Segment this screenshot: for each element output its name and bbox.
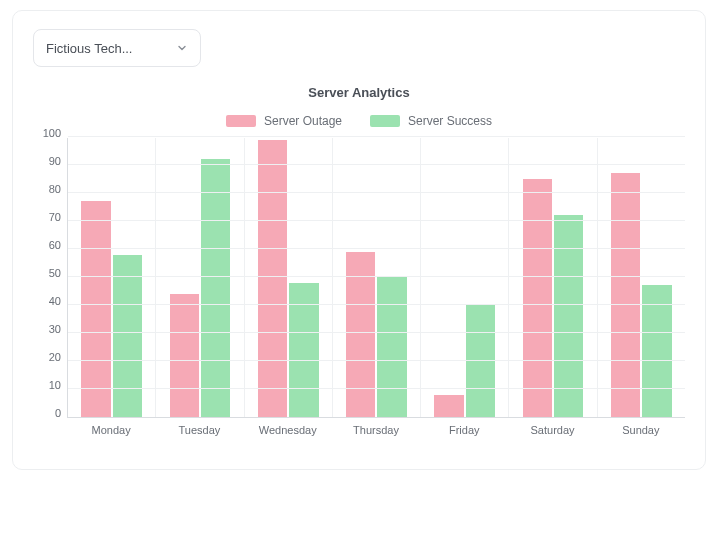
- bar: [523, 179, 552, 417]
- x-tick: Thursday: [332, 424, 420, 436]
- bar-group: [598, 138, 685, 417]
- bar-pair: [509, 138, 596, 417]
- chevron-down-icon: [176, 42, 188, 54]
- bar-group: [509, 138, 597, 417]
- gridline: [68, 164, 685, 165]
- chart-card: Fictious Tech... Server Analytics Server…: [12, 10, 706, 470]
- bar-pair: [333, 138, 420, 417]
- bar: [113, 255, 142, 417]
- bar: [170, 294, 199, 417]
- chart-legend: Server OutageServer Success: [33, 114, 685, 128]
- gridline: [68, 332, 685, 333]
- y-axis: 1009080706050403020100: [33, 138, 67, 418]
- bar-pair: [421, 138, 508, 417]
- gridline: [68, 136, 685, 137]
- bar: [642, 285, 671, 417]
- bar: [434, 395, 463, 417]
- plot-area: [67, 138, 685, 418]
- bar-pair: [598, 138, 685, 417]
- bar-group: [68, 138, 156, 417]
- bar-pair: [156, 138, 243, 417]
- bar: [611, 173, 640, 417]
- bar-group: [421, 138, 509, 417]
- x-tick: Friday: [420, 424, 508, 436]
- gridline: [68, 388, 685, 389]
- x-tick: Saturday: [508, 424, 596, 436]
- bar-group: [156, 138, 244, 417]
- bar-group: [333, 138, 421, 417]
- gridline: [68, 276, 685, 277]
- legend-label: Server Success: [408, 114, 492, 128]
- bar-group: [245, 138, 333, 417]
- bar-pair: [245, 138, 332, 417]
- legend-label: Server Outage: [264, 114, 342, 128]
- x-axis: MondayTuesdayWednesdayThursdayFridaySatu…: [67, 424, 685, 436]
- chart-title: Server Analytics: [33, 85, 685, 100]
- gridline: [68, 220, 685, 221]
- bar: [201, 159, 230, 417]
- bar: [466, 305, 495, 417]
- chart-plot: 1009080706050403020100: [33, 138, 685, 418]
- bar: [289, 283, 318, 417]
- bar: [81, 201, 110, 417]
- x-tick: Monday: [67, 424, 155, 436]
- dataset-selector[interactable]: Fictious Tech...: [33, 29, 201, 67]
- bar: [377, 277, 406, 417]
- legend-swatch: [370, 115, 400, 127]
- gridline: [68, 248, 685, 249]
- bar: [258, 140, 287, 417]
- legend-swatch: [226, 115, 256, 127]
- gridline: [68, 192, 685, 193]
- bar: [554, 215, 583, 417]
- bar-groups: [68, 138, 685, 417]
- dataset-selector-label: Fictious Tech...: [46, 41, 132, 56]
- gridline: [68, 360, 685, 361]
- x-tick: Wednesday: [244, 424, 332, 436]
- x-tick: Sunday: [597, 424, 685, 436]
- legend-item[interactable]: Server Outage: [226, 114, 342, 128]
- legend-item[interactable]: Server Success: [370, 114, 492, 128]
- bar-pair: [68, 138, 155, 417]
- gridline: [68, 304, 685, 305]
- x-tick: Tuesday: [155, 424, 243, 436]
